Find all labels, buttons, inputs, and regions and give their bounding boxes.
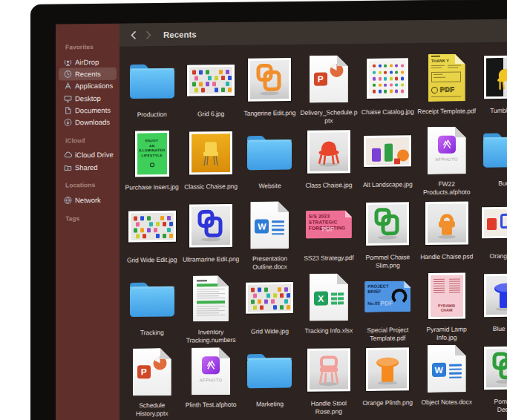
file-item[interactable]: Grid Wide Edit.jpg [122,203,181,277]
file-label: Budg [498,180,507,188]
document-icon [193,275,229,322]
file-label: Delivery_Schedule.pptx [299,108,358,125]
document-icon: P [310,55,348,103]
sidebar-item-desktop[interactable]: Desktop [59,92,117,105]
sidebar-item-airdrop[interactable]: AirDrop [59,56,117,68]
file-item[interactable]: Handle Chaise.psd [417,200,476,273]
image-thumbnail: PYRAMIDCHAIR [428,272,465,319]
file-item[interactable]: Website [241,129,299,203]
file-item[interactable]: Class Chaise.jpg [299,128,358,202]
sidebar-item-applications[interactable]: Applications [59,79,117,92]
file-item[interactable]: Grid 6.jpg [181,57,240,131]
file-item[interactable]: AFPHOTOFW22 Products.afphoto [417,127,476,200]
sidebar-item-recents[interactable]: Recents [59,68,117,80]
pdf-receipt-icon: THANK YPDF [428,53,465,102]
file-item[interactable]: Pommel Chaise Slim.png [359,200,417,274]
sidebar-item-downloads[interactable]: Downloads [59,116,117,128]
sidebar-item-label: Applications [75,82,113,91]
file-item[interactable]: THANK YPDFReceipt Template.pdf [417,54,476,128]
file-item[interactable]: Tangerine Edit.png [241,56,299,130]
document-icon: X [310,273,348,321]
sidebar-item-label: Recents [75,70,101,78]
file-label: Purchase Insert.jpg [125,183,179,192]
sidebar-item-shared[interactable]: Shared [59,161,117,174]
sidebar-item-label: iCloud Drive [75,151,114,160]
file-label: Handle Stool Rose.png [299,399,358,416]
file-item[interactable]: Classic Chaise.png [181,130,240,203]
file-item[interactable]: Ultramarine Edit.png [181,203,240,276]
image-thumbnail [425,201,468,245]
file-item[interactable]: PDelivery_Schedule.pptx [299,56,358,129]
file-item[interactable]: Alt Landscape.jpg [359,128,417,201]
file-label: SS23 Strategy.pdf [304,254,353,263]
file-item[interactable]: WPresentation Outline.docx [241,202,299,275]
file-label: Grid 6.jpg [197,110,224,118]
download-icon [64,118,72,126]
file-label: Plinth Test.afphoto [186,401,237,410]
image-thumbnail [484,347,507,390]
image-thumbnail [187,65,235,96]
file-item[interactable]: ENJOYANILLUMINATEDLIFESTYLEPurchase Inse… [122,131,181,204]
file-item[interactable]: Inventory Tracking.numbers [181,275,240,349]
back-button[interactable] [126,27,141,42]
file-item[interactable]: Chaise Catalog.jpg [359,55,417,128]
file-label: Tracking Info.xlsx [304,327,353,335]
file-label: Grid Wide.jpg [251,327,289,336]
file-item[interactable]: XTracking Info.xlsx [299,274,358,347]
document-icon: AFPHOTO [192,347,230,396]
file-label: Presentation Outline.docx [241,255,299,272]
sidebar-item-label: Network [75,196,101,204]
file-label: Receipt Template.pdf [417,107,476,116]
file-item[interactable]: AFPHOTOPlinth Test.afphoto [181,348,240,420]
image-thumbnail [189,131,232,175]
file-item[interactable]: PROJECTBRIEFNo.03PDFSpecial Project Temp… [359,273,417,347]
file-item[interactable]: Budg [476,126,507,200]
file-label: Object Notes.docx [421,398,472,407]
desktop-icon [64,94,72,102]
sidebar-item-label: Documents [75,106,111,115]
file-grid: ProductionGrid 6.jpgTangerine Edit.pngPD… [120,42,507,420]
file-item[interactable]: PYRAMIDCHAIRPyramid Lamp Info.jpg [417,272,476,346]
afphoto-label: AFPHOTO [192,378,230,383]
file-item[interactable]: WObject Notes.docx [417,345,476,419]
file-item[interactable]: PSchedule History.pptx [122,349,181,420]
image-thumbnail [189,204,232,248]
file-item[interactable]: Blue Cha [476,272,507,345]
sidebar-item-icloud-drive[interactable]: iCloud Drive [59,148,117,161]
file-item[interactable]: S/S 2023STRATEGICFORECASTINGPDFSS23 Stra… [299,201,358,275]
file-item[interactable]: Handle Stool Rose.png [299,347,358,420]
document-icon: W [428,344,466,393]
file-label: Special Project Template.pdf [359,326,417,343]
affinity-badge [438,136,456,154]
folder-icon [245,133,294,172]
file-label: Pommel Deep. [494,398,507,414]
document-icon: P [133,348,171,396]
sidebar-item-network[interactable]: Network [59,194,117,206]
file-label: Website [258,182,281,190]
clock-icon [64,70,72,78]
file-label: Ultramarine Edit.png [183,255,239,264]
file-label: Tumble Mo [490,107,507,115]
excel-badge: X [314,292,328,306]
file-item[interactable]: Tumble Mo [476,53,507,127]
image-thumbnail [484,56,507,99]
sidebar-item-documents[interactable]: Documents [59,104,117,117]
sidebar-section-tags: Tags [65,214,120,222]
file-item[interactable]: Orange Hig [476,199,507,272]
powerpoint-badge: P [137,365,151,378]
sidebar-section-locations: Locations [65,181,120,189]
file-item[interactable]: Orange Plinth.png [359,346,417,419]
file-item[interactable]: Pommel Deep. [476,344,507,418]
word-badge: W [432,363,446,377]
file-item[interactable]: Grid Wide.jpg [241,275,299,348]
file-item[interactable]: Marketing [241,347,299,420]
file-item[interactable]: Production [122,58,181,131]
image-thumbnail: ENJOYANILLUMINATEDLIFESTYLE [135,131,169,177]
finder-sidebar: FavoritesAirDropRecentsApplicationsDeskt… [56,24,120,420]
file-label: Tracking [140,329,164,337]
image-thumbnail [367,58,408,99]
forward-button[interactable] [141,27,156,42]
file-item[interactable]: Tracking [122,276,181,350]
file-label: Inventory Tracking.numbers [181,328,240,345]
document-icon [64,106,72,114]
